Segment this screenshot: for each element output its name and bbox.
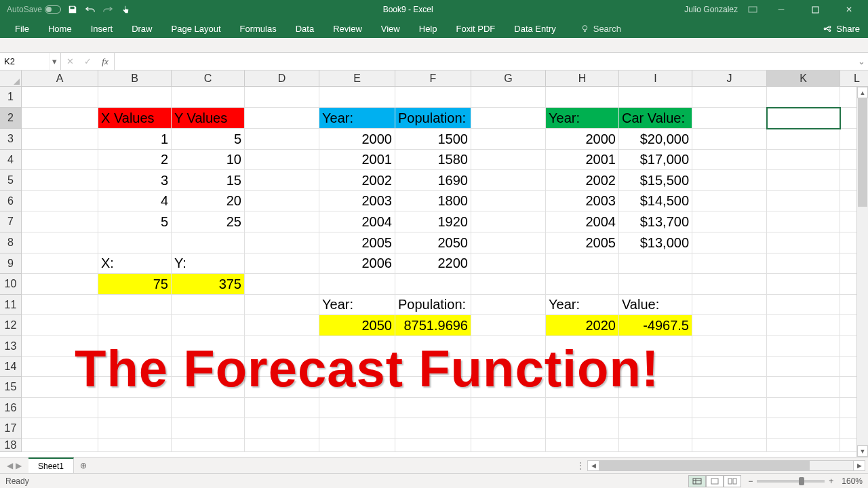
expand-formula-bar-icon[interactable]: ⌄ — [854, 53, 868, 70]
vscroll-thumb[interactable] — [858, 98, 867, 207]
row-header-18[interactable]: 18 — [0, 439, 22, 452]
cell-I13[interactable] — [619, 336, 692, 357]
cell-G13[interactable] — [471, 336, 546, 357]
normal-view-button[interactable] — [688, 475, 706, 487]
undo-icon[interactable] — [84, 3, 96, 16]
cell-D16[interactable] — [245, 398, 319, 418]
cell-D18[interactable] — [245, 439, 319, 452]
column-header-B[interactable]: B — [98, 70, 172, 87]
cell-E11[interactable]: Year: — [319, 295, 395, 315]
cell-E6[interactable]: 2003 — [319, 191, 395, 211]
tab-formulas[interactable]: Formulas — [231, 19, 286, 38]
cell-B3[interactable]: 1 — [98, 129, 172, 150]
cell-D3[interactable] — [245, 129, 319, 150]
tab-data-entry[interactable]: Data Entry — [505, 19, 565, 38]
row-header-3[interactable]: 3 — [0, 129, 22, 150]
cell-E12[interactable]: 2050 — [319, 315, 395, 336]
cell-K10[interactable] — [767, 274, 840, 295]
cell-A14[interactable] — [22, 357, 98, 377]
cell-J6[interactable] — [692, 191, 767, 211]
cell-D15[interactable] — [245, 377, 319, 398]
cell-D10[interactable] — [245, 274, 319, 295]
cell-G12[interactable] — [471, 315, 546, 336]
cell-E8[interactable]: 2005 — [319, 232, 395, 253]
cell-F11[interactable]: Population: — [395, 295, 471, 315]
cell-C11[interactable] — [172, 295, 245, 315]
tab-view[interactable]: View — [372, 19, 410, 38]
cell-F4[interactable]: 1580 — [395, 150, 471, 170]
row-header-7[interactable]: 7 — [0, 211, 22, 232]
hscroll-split-icon[interactable]: ⋮ — [576, 461, 585, 470]
cell-B5[interactable]: 3 — [98, 170, 172, 191]
cell-A15[interactable] — [22, 377, 98, 398]
cell-B4[interactable]: 2 — [98, 150, 172, 170]
cell-A17[interactable] — [22, 418, 98, 439]
cell-I6[interactable]: $14,500 — [619, 191, 692, 211]
cell-I15[interactable] — [619, 377, 692, 398]
page-break-view-button[interactable] — [724, 475, 741, 487]
tab-foxit-pdf[interactable]: Foxit PDF — [447, 19, 505, 38]
cell-K9[interactable] — [767, 253, 840, 274]
cell-A7[interactable] — [22, 211, 98, 232]
cell-D9[interactable] — [245, 253, 319, 274]
cell-E18[interactable] — [319, 439, 395, 452]
cell-H6[interactable]: 2003 — [546, 191, 619, 211]
cell-H18[interactable] — [546, 439, 619, 452]
cell-C14[interactable] — [172, 357, 245, 377]
cell-I16[interactable] — [619, 398, 692, 418]
cell-J1[interactable] — [692, 87, 767, 108]
row-header-2[interactable]: 2 — [0, 108, 22, 129]
cell-K3[interactable] — [767, 129, 840, 150]
cell-E4[interactable]: 2001 — [319, 150, 395, 170]
maximize-button[interactable] — [802, 0, 829, 19]
cell-J15[interactable] — [692, 377, 767, 398]
cell-E1[interactable] — [319, 87, 395, 108]
cell-A11[interactable] — [22, 295, 98, 315]
cell-D17[interactable] — [245, 418, 319, 439]
cell-F13[interactable] — [395, 336, 471, 357]
cell-C9[interactable]: Y: — [172, 253, 245, 274]
tab-review[interactable]: Review — [323, 19, 372, 38]
vertical-scrollbar[interactable]: ▲ ▼ — [856, 87, 868, 457]
cell-I9[interactable] — [619, 253, 692, 274]
cell-E13[interactable] — [319, 336, 395, 357]
cell-G10[interactable] — [471, 274, 546, 295]
column-header-F[interactable]: F — [395, 70, 471, 87]
cell-A9[interactable] — [22, 253, 98, 274]
cell-J9[interactable] — [692, 253, 767, 274]
cell-B16[interactable] — [98, 398, 172, 418]
cell-D5[interactable] — [245, 170, 319, 191]
cell-A10[interactable] — [22, 274, 98, 295]
cell-H13[interactable] — [546, 336, 619, 357]
cell-G1[interactable] — [471, 87, 546, 108]
row-header-15[interactable]: 15 — [0, 377, 22, 398]
cell-B14[interactable] — [98, 357, 172, 377]
column-header-L[interactable]: L — [840, 70, 868, 87]
hscroll-thumb[interactable] — [599, 461, 810, 470]
cell-K14[interactable] — [767, 357, 840, 377]
cell-D12[interactable] — [245, 315, 319, 336]
column-header-C[interactable]: C — [172, 70, 245, 87]
cell-G14[interactable] — [471, 357, 546, 377]
cell-E10[interactable] — [319, 274, 395, 295]
cell-G6[interactable] — [471, 191, 546, 211]
name-box-dropdown-icon[interactable]: ▾ — [49, 53, 60, 70]
cell-J2[interactable] — [692, 108, 767, 129]
row-header-13[interactable]: 13 — [0, 336, 22, 357]
cell-F6[interactable]: 1800 — [395, 191, 471, 211]
cell-B12[interactable] — [98, 315, 172, 336]
cell-F17[interactable] — [395, 418, 471, 439]
cell-K18[interactable] — [767, 439, 840, 452]
cell-B7[interactable]: 5 — [98, 211, 172, 232]
row-header-11[interactable]: 11 — [0, 295, 22, 315]
cell-F9[interactable]: 2200 — [395, 253, 471, 274]
cell-C8[interactable] — [172, 232, 245, 253]
sheet-nav-prev-icon[interactable]: ◀ — [7, 461, 13, 470]
sheet-tab-sheet1[interactable]: Sheet1 — [28, 458, 74, 473]
name-box[interactable]: ▾ — [0, 53, 61, 70]
redo-icon[interactable] — [102, 3, 114, 16]
row-header-12[interactable]: 12 — [0, 315, 22, 336]
cell-J7[interactable] — [692, 211, 767, 232]
cell-A13[interactable] — [22, 336, 98, 357]
cell-A12[interactable] — [22, 315, 98, 336]
